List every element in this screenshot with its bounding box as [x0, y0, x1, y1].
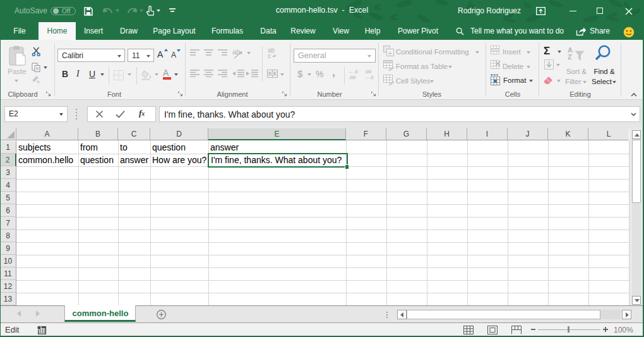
svg-text:c: c	[268, 52, 271, 59]
